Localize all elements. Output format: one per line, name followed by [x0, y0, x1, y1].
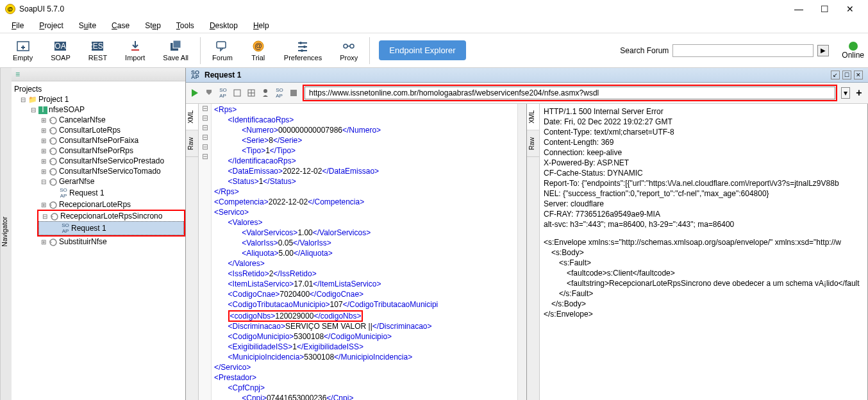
tool2-button[interactable]: SOAP	[274, 88, 285, 98]
proxy-button[interactable]: Proxy	[331, 38, 367, 63]
window-min-icon[interactable]: ↙	[831, 71, 840, 79]
url-dropdown-button[interactable]: ▾	[841, 87, 850, 99]
soap-button[interactable]: SOAPSOAP	[42, 38, 79, 63]
stop-button[interactable]	[204, 88, 214, 98]
sincrono-request1[interactable]: SOAPRequest 1	[38, 221, 184, 235]
op-recepcionar-sincrono[interactable]: ⊟RecepcionarLoteRpsSincrono	[38, 211, 184, 221]
tree-icon: ≡	[15, 70, 20, 79]
projects-root[interactable]: Projects	[12, 84, 185, 94]
request-vtabs: XML Raw	[186, 104, 199, 400]
resp-body-close: </s:Body>	[544, 299, 864, 309]
svg-point-28	[263, 89, 267, 93]
response-content[interactable]: HTTP/1.1 500 Internal Server Error Date:…	[540, 104, 867, 400]
gerar-request1[interactable]: SOAPRequest 1	[12, 187, 185, 199]
request-xml-content[interactable]: <Rps> <IdentificacaoRps> <Numero>0000000…	[212, 104, 517, 400]
svg-point-19	[344, 44, 347, 48]
search-go-icon[interactable]: ▶	[817, 45, 829, 56]
raw-tab[interactable]: Raw	[186, 131, 198, 157]
forum-button[interactable]: Forum	[203, 38, 242, 63]
op-servicotomado[interactable]: ⊞ConsultarNfseServicoTomado	[12, 166, 185, 176]
stop-square-button[interactable]	[288, 88, 299, 98]
resp-altsvc: alt-svc: h3=":443"; ma=86400, h3-29=":44…	[544, 219, 864, 229]
rest-button[interactable]: RESTREST	[79, 38, 116, 63]
preferences-button[interactable]: Preferences	[275, 38, 331, 63]
person-button[interactable]	[260, 88, 271, 98]
online-dot-icon	[849, 42, 858, 51]
import-icon	[128, 40, 143, 53]
response-panel: XML Raw HTTP/1.1 500 Internal Server Err…	[527, 104, 868, 400]
resp-faultcode: <faultcode>s:Client</faultcode>	[544, 268, 864, 278]
window-max-icon[interactable]: ☐	[842, 71, 851, 79]
menu-desktop[interactable]: Desktop	[202, 19, 246, 31]
op-gerarnfse[interactable]: ⊟GerarNfse	[12, 176, 185, 187]
import-button[interactable]: Import	[116, 38, 154, 63]
resp-nel: NEL: {"success_fraction":0,"report_to":"…	[544, 188, 864, 199]
menu-bar: File Project Suite Case Step Tools Deskt…	[0, 18, 868, 33]
menu-case[interactable]: Case	[104, 19, 137, 31]
resp-conn: Connection: keep-alive	[544, 147, 864, 158]
trial-icon: @	[251, 40, 266, 53]
xml-tab[interactable]: XML	[186, 104, 198, 131]
navigator-side-tab[interactable]: Navigator	[0, 68, 12, 400]
menu-step[interactable]: Step	[137, 19, 169, 31]
resp-envelope: <s:Envelope xmlns:s="http://schemas.xmls…	[544, 237, 864, 247]
menu-help[interactable]: Help	[246, 19, 277, 31]
navigator-header: ≡	[12, 68, 185, 81]
minimize-button[interactable]: —	[786, 4, 812, 14]
svg-text:REST: REST	[90, 42, 104, 51]
empty-button[interactable]: Empty	[4, 38, 42, 63]
empty-icon	[15, 40, 31, 53]
close-button[interactable]: ✕	[837, 4, 863, 14]
navigator-panel: ≡ Projects ⊟📁Project 1 ⊟InfseSOAP ⊞Cance…	[12, 68, 186, 400]
rest-icon: REST	[90, 40, 105, 53]
window-close-icon[interactable]: ✕	[854, 71, 863, 79]
op-consultarfaixa[interactable]: ⊞ConsultarNfsePorFaixa	[12, 135, 185, 146]
form-button[interactable]	[246, 88, 256, 98]
saveall-button[interactable]: Save All	[154, 38, 197, 63]
soap-badge-icon: SOAP	[191, 71, 199, 79]
svg-text:SOAP: SOAP	[53, 42, 67, 51]
separator	[200, 37, 201, 64]
endpoint-explorer-button[interactable]: Endpoint Explorer	[379, 40, 465, 60]
op-consultarlote[interactable]: ⊞ConsultarLoteRps	[12, 125, 185, 135]
op-substituir[interactable]: ⊞SubstituirNfse	[12, 237, 185, 247]
add-endpoint-button[interactable]: +	[854, 88, 864, 98]
request-scrollbar[interactable]	[517, 104, 526, 400]
request-xml-panel: XML Raw ⊟⊟⊟⊟⊟⊟ <Rps> <IdentificacaoRps> …	[186, 104, 527, 400]
op-servicoprestado[interactable]: ⊞ConsultarNfseServicoPrestado	[12, 156, 185, 166]
resp-raw-tab[interactable]: Raw	[527, 131, 539, 157]
app-icon: @	[5, 4, 15, 14]
resp-report: Report-To: {"endpoints":[{"url":"https:\…	[544, 178, 864, 188]
svg-rect-29	[290, 90, 297, 96]
menu-file[interactable]: File	[4, 19, 31, 31]
menu-suite[interactable]: Suite	[71, 19, 104, 31]
run-button[interactable]	[190, 88, 200, 98]
interface-node[interactable]: ⊟InfseSOAP	[12, 104, 185, 115]
toggle-outline-button[interactable]	[232, 88, 242, 98]
resp-xml-tab[interactable]: XML	[527, 104, 539, 131]
trial-button[interactable]: @Trial	[242, 38, 275, 63]
menu-project[interactable]: Project	[31, 19, 71, 31]
maximize-button[interactable]: ☐	[812, 4, 837, 14]
resp-clen: Content-Length: 369	[544, 137, 864, 147]
search-forum: Search Forum ▶	[620, 44, 829, 57]
soap-icon: SOAP	[53, 40, 68, 53]
op-recepcionarloterps[interactable]: ⊞RecepcionarLoteRps	[12, 199, 185, 210]
search-label: Search Forum	[620, 46, 669, 55]
request-body: XML Raw ⊟⊟⊟⊟⊟⊟ <Rps> <IdentificacaoRps> …	[186, 104, 868, 400]
resp-fault-open: <s:Fault>	[544, 258, 864, 268]
add-assertion-button[interactable]: SOAP	[218, 88, 228, 98]
menu-tools[interactable]: Tools	[169, 19, 202, 31]
search-input[interactable]	[672, 44, 814, 57]
op-consultarporrps[interactable]: ⊞ConsultarNfsePorRps	[12, 146, 185, 156]
separator	[369, 37, 370, 64]
navigator-tree[interactable]: Projects ⊟📁Project 1 ⊟InfseSOAP ⊞Cancela…	[12, 81, 185, 400]
svg-point-16	[303, 46, 306, 48]
saveall-icon	[168, 40, 183, 53]
online-indicator[interactable]: Online	[842, 42, 864, 60]
op-cancelar[interactable]: ⊞CancelarNfse	[12, 115, 185, 125]
project-node[interactable]: ⊟📁Project 1	[12, 94, 185, 104]
fold-gutter[interactable]: ⊟⊟⊟⊟⊟⊟	[199, 104, 212, 400]
endpoint-url-input[interactable]	[305, 87, 835, 99]
svg-point-18	[301, 49, 303, 52]
